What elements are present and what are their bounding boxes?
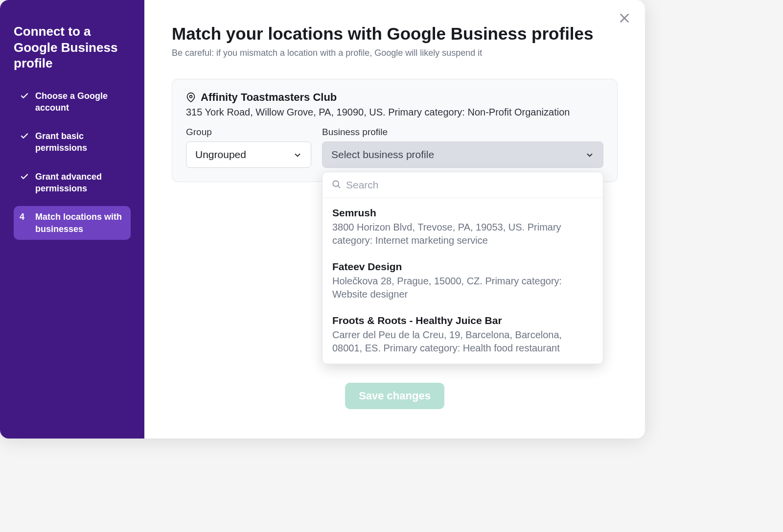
business-profile-label: Business profile [322, 127, 603, 138]
sidebar-title: Connect to a Google Business profile [14, 23, 131, 71]
location-pin-icon [186, 93, 196, 102]
dropdown-item-desc: Carrer del Peu de la Creu, 19, Barcelona… [332, 328, 593, 355]
location-name: Affinity Toastmasters Club [201, 91, 337, 104]
step-number: 4 [20, 211, 29, 223]
group-select[interactable]: Ungrouped [186, 141, 311, 168]
dropdown-list: Semrush 3800 Horizon Blvd, Trevose, PA, … [322, 198, 603, 364]
group-label: Group [186, 127, 311, 138]
dropdown-search [322, 172, 603, 198]
sidebar-step-label: Choose a Google account [35, 90, 125, 114]
business-profile-placeholder: Select business profile [331, 149, 434, 161]
sidebar-step-basic-permissions[interactable]: Grant basic permissions [14, 125, 131, 159]
modal: Connect to a Google Business profile Cho… [0, 0, 645, 439]
sidebar-steps: Choose a Google account Grant basic perm… [14, 85, 131, 240]
business-profile-field: Business profile Select business profile [322, 127, 603, 168]
sidebar: Connect to a Google Business profile Cho… [0, 0, 144, 439]
sidebar-step-label: Grant advanced permissions [35, 171, 125, 195]
dropdown-item[interactable]: Semrush 3800 Horizon Blvd, Trevose, PA, … [322, 200, 603, 254]
business-profile-select[interactable]: Select business profile [322, 141, 603, 168]
check-icon [20, 90, 29, 102]
check-icon [20, 171, 29, 183]
page-title: Match your locations with Google Busines… [172, 23, 618, 44]
save-changes-button[interactable]: Save changes [345, 383, 444, 409]
chevron-down-icon [293, 150, 302, 159]
group-field: Group Ungrouped [186, 127, 311, 168]
dropdown-item-desc: Holečkova 28, Prague, 15000, CZ. Primary… [332, 275, 593, 301]
dropdown-item[interactable]: Fateev Design Holečkova 28, Prague, 1500… [322, 254, 603, 308]
search-input[interactable] [346, 179, 594, 191]
location-card: Affinity Toastmasters Club 315 York Road… [172, 79, 618, 182]
close-button[interactable] [617, 11, 632, 26]
sidebar-step-advanced-permissions[interactable]: Grant advanced permissions [14, 166, 131, 200]
close-icon [618, 12, 631, 26]
business-profile-dropdown: Semrush 3800 Horizon Blvd, Trevose, PA, … [322, 172, 603, 364]
location-header: Affinity Toastmasters Club [186, 91, 603, 104]
svg-point-2 [190, 95, 192, 98]
dropdown-item-desc: 3800 Horizon Blvd, Trevose, PA, 19053, U… [332, 221, 593, 247]
chevron-down-icon [585, 150, 594, 159]
dropdown-item-name: Froots & Roots - Healthy Juice Bar [332, 315, 593, 326]
dropdown-item-name: Semrush [332, 207, 593, 219]
save-row: Save changes [172, 383, 618, 409]
sidebar-step-label: Match locations with businesses [35, 211, 125, 235]
dropdown-item[interactable]: Froots & Roots - Healthy Juice Bar Carre… [322, 308, 603, 362]
main-content: Match your locations with Google Busines… [144, 0, 645, 439]
group-value: Ungrouped [195, 149, 246, 161]
dropdown-item-name: Fateev Design [332, 261, 593, 273]
sidebar-step-label: Grant basic permissions [35, 130, 125, 154]
check-icon [20, 130, 29, 142]
form-row: Group Ungrouped Business profile Select … [186, 127, 603, 168]
sidebar-step-match-locations[interactable]: 4 Match locations with businesses [14, 206, 131, 240]
search-icon [331, 179, 341, 191]
svg-line-4 [338, 186, 340, 188]
sidebar-step-choose-account[interactable]: Choose a Google account [14, 85, 131, 119]
location-address: 315 York Road, Willow Grove, PA, 19090, … [186, 107, 603, 118]
page-subtitle: Be careful: if you mismatch a location w… [172, 48, 618, 58]
